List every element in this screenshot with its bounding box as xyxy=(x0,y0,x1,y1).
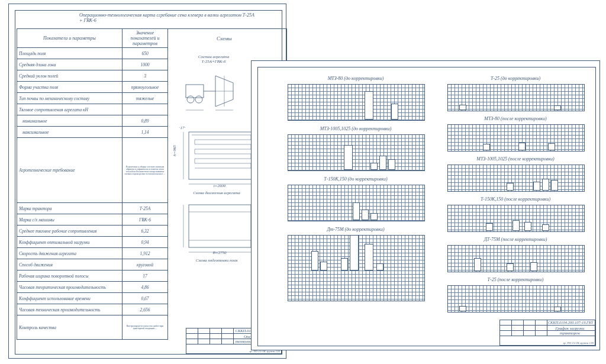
chart-bar xyxy=(486,223,493,231)
chart-label: ДТ-75М (после корректировки) xyxy=(447,237,584,242)
chart-bar xyxy=(524,222,531,231)
svg-point-2 xyxy=(195,96,202,103)
chart-label: Т-150К,150 (после корректировки) xyxy=(447,197,584,202)
param-label: Тяговое сопротивления агрегата кН xyxy=(17,104,123,115)
chart-bar xyxy=(542,224,549,231)
chart-bar xyxy=(530,262,537,271)
frame-1: Операционно-технологическая карта сгреба… xyxy=(15,10,282,355)
param-label: Марка с/х машины xyxy=(17,214,123,226)
chart-bar xyxy=(388,159,395,170)
chart-bar xyxy=(320,262,327,270)
param-label: Форма участка поля xyxy=(17,82,123,93)
scheme1-svg xyxy=(174,70,251,117)
th-2: Значение показателей и параметров xyxy=(123,29,168,48)
param-label: Площадь поля xyxy=(17,48,123,59)
s3-dim-w: В=2750 xyxy=(205,250,234,255)
param-label: Средняя длина гона xyxy=(17,59,123,70)
param-label: Способ движения xyxy=(17,259,123,270)
th-1: Показатели и параметры xyxy=(17,29,123,48)
chart-bar xyxy=(391,104,398,120)
param-value: 6,32 xyxy=(123,226,168,237)
chart-bar xyxy=(551,180,558,191)
tb2-stud: гр. ТО-15-1К группа 120 xyxy=(563,342,594,344)
chart-bar xyxy=(370,213,378,220)
chart-grid xyxy=(288,134,425,171)
chart-bar xyxy=(341,258,348,270)
chart-bar xyxy=(507,183,514,191)
chart-bar xyxy=(483,144,490,150)
chart-label: Т-25 (до корректировки) xyxy=(447,76,584,81)
chart-grid xyxy=(288,84,425,121)
param-label: Часовая техническая производительность xyxy=(17,304,123,315)
chart-bar xyxy=(362,210,369,220)
sheet-1: Операционно-технологическая карта сгреба… xyxy=(8,4,286,359)
chart-grid xyxy=(447,285,585,313)
chart-label: МТЗ-80 (до корректировки) xyxy=(288,76,424,81)
param-value: тяжелые xyxy=(123,93,168,104)
chart-grid xyxy=(447,165,585,192)
param-label: Среднее тяговое рабочие сопротивления xyxy=(17,226,123,237)
chart-bar xyxy=(533,182,540,191)
param-value: 4,86 xyxy=(123,282,168,293)
param-value: Т-25А xyxy=(123,203,168,214)
chart-bar xyxy=(379,156,386,170)
chart-bar xyxy=(311,251,318,270)
tb2-name: График загрузки тракторов xyxy=(546,326,594,336)
param-value xyxy=(123,104,168,115)
param-label: Рабочая ширина поворотной полосы xyxy=(17,270,123,282)
chart-grid xyxy=(447,245,585,272)
param-value: 650 xyxy=(123,48,168,59)
tb2-code: СККП.0104.200.107-19.ГБТ xyxy=(547,320,594,324)
chart-bar xyxy=(548,143,555,150)
scheme1-label: Состав агрегата Т-25А+ГВК-6 xyxy=(187,54,240,64)
chart-bar xyxy=(518,143,526,150)
chart-grid xyxy=(447,124,585,152)
param-value: Подготовка к уборке состоит главным обра… xyxy=(123,138,168,203)
param-label: Часовая теоритическая производительность xyxy=(17,282,123,293)
frame-2: СККП.0104.200.107-19.ГБТ График загрузки… xyxy=(257,67,596,346)
chart-bar xyxy=(353,202,360,220)
svg-rect-8 xyxy=(189,132,254,179)
chart-label: Т-150К,150 (до корректировки) xyxy=(288,176,424,182)
chart-bar xyxy=(365,244,373,270)
svg-rect-0 xyxy=(186,85,204,98)
svg-point-1 xyxy=(187,96,194,103)
param-label: Коэффициент оптимальной загрузки xyxy=(17,237,123,248)
chart-bar xyxy=(370,163,378,170)
schemes-header: Схемы xyxy=(217,36,232,41)
chart-bar xyxy=(459,306,466,311)
chart-label: МТЗ-80 (после корректировки) xyxy=(447,116,584,121)
title-block-2: СККП.0104.200.107-19.ГБТ График загрузки… xyxy=(499,320,595,346)
param-label: Тип почвы по механическому составу xyxy=(17,93,123,104)
svg-rect-11 xyxy=(189,205,251,247)
chart-bar xyxy=(376,263,383,270)
chart-label: Т-25 (после корректировки) xyxy=(447,277,584,282)
param-value: круговой xyxy=(123,259,168,270)
param-value: 1,14 xyxy=(123,127,168,138)
param-label: Марка трактора xyxy=(17,203,123,214)
param-value: 0,67 xyxy=(123,293,168,304)
param-value: 2,656 xyxy=(123,304,168,315)
s2-dim-l: t=2000 xyxy=(205,183,234,188)
chart-bar xyxy=(542,179,549,191)
param-label: Скорость движения агрегата xyxy=(17,248,123,259)
param-label: Коэффициент использование времени xyxy=(17,293,123,304)
scheme2-label: Схема движения агрегата xyxy=(184,191,249,195)
sheet-2: СККП.0104.200.107-19.ГБТ График загрузки… xyxy=(251,60,600,350)
scheme3-label: Схема подготовки поля xyxy=(184,258,249,263)
params-table: Показатели и параметрыЗначение показател… xyxy=(17,28,168,340)
chart-bar xyxy=(344,145,353,170)
chart-bar xyxy=(554,105,561,110)
chart-label: МТЗ-1005,1025 (до корректировки) xyxy=(288,126,424,131)
param-value: прямоугольное xyxy=(123,82,168,93)
s2-dim-h: h=965 xyxy=(172,148,177,156)
param-value: 0,89 xyxy=(123,115,168,127)
s2-dim-t1: ·17· xyxy=(178,125,186,130)
param-value: ГВК-6 xyxy=(123,214,168,226)
chart-label: МТЗ-1005,1025 (после корректировки) xyxy=(447,156,584,162)
param-value: 0,94 xyxy=(123,237,168,248)
param-value: 1000 xyxy=(123,59,168,70)
param-value: Контролируются качество работ при тракто… xyxy=(123,315,168,340)
chart-bar xyxy=(365,91,373,120)
param-value: 3 xyxy=(123,70,168,82)
